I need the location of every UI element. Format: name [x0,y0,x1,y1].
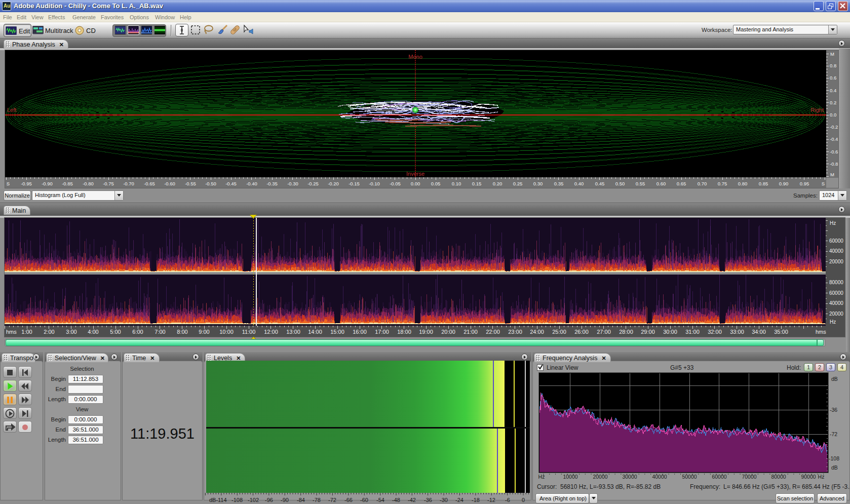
svg-text:-36: -36 [424,497,432,503]
svg-text:-66: -66 [344,497,353,503]
svg-text:-0.8: -0.8 [830,161,838,167]
svg-text:-54: -54 [376,497,384,503]
svg-text:0.20: 0.20 [493,181,503,186]
svg-text:0.55: 0.55 [636,181,645,186]
svg-text:60000: 60000 [829,290,843,296]
svg-text:0.10: 0.10 [452,181,461,186]
svg-text:18:00: 18:00 [397,329,411,335]
svg-text:20000: 20000 [593,474,607,480]
svg-text:14:00: 14:00 [308,329,322,335]
svg-text:-0.50: -0.50 [205,181,216,186]
svg-text:60000: 60000 [829,238,843,244]
svg-text:Right: Right [810,107,824,113]
svg-text:-24: -24 [455,497,463,503]
svg-text:2:00: 2:00 [44,329,54,335]
svg-text:35:00: 35:00 [774,329,788,335]
svg-text:-0.4: -0.4 [830,136,838,142]
svg-text:24:00: 24:00 [530,329,544,335]
svg-text:-0.85: -0.85 [62,181,73,186]
svg-text:5:00: 5:00 [110,329,121,335]
svg-text:11:00: 11:00 [242,329,256,335]
svg-text:-0.90: -0.90 [42,181,53,186]
svg-text:15:00: 15:00 [330,329,344,335]
svg-text:0.30: 0.30 [533,181,543,186]
svg-text:29:00: 29:00 [641,329,655,335]
svg-text:22:00: 22:00 [486,329,500,335]
svg-text:19:00: 19:00 [419,329,433,335]
svg-text:27:00: 27:00 [597,329,611,335]
svg-text:-0.80: -0.80 [83,181,94,186]
svg-text:17:00: 17:00 [375,329,389,335]
svg-text:0.35: 0.35 [554,181,564,186]
svg-text:0.80: 0.80 [738,181,748,186]
svg-text:0.0: 0.0 [830,112,836,118]
svg-text:-0.75: -0.75 [103,181,114,186]
svg-text:-108: -108 [231,497,243,503]
svg-text:-48: -48 [392,497,400,503]
svg-text:-0.70: -0.70 [123,181,134,186]
svg-text:21:00: 21:00 [463,329,478,335]
svg-text:-0.30: -0.30 [287,181,298,186]
svg-text:-30: -30 [440,497,448,503]
svg-text:20000: 20000 [829,259,843,264]
svg-text:Inverse: Inverse [406,171,424,177]
svg-text:-78: -78 [313,497,321,503]
svg-text:-0.35: -0.35 [266,181,278,186]
svg-text:-72: -72 [328,497,336,503]
svg-text:31:00: 31:00 [685,329,700,335]
svg-text:8:00: 8:00 [177,329,187,335]
svg-text:40000: 40000 [829,300,843,306]
svg-text:0.8: 0.8 [830,63,836,68]
svg-text:6:00: 6:00 [132,329,143,335]
svg-text:4:00: 4:00 [88,329,98,335]
svg-text:hms: hms [816,329,826,335]
svg-text:0.15: 0.15 [472,181,482,186]
svg-text:16:00: 16:00 [353,329,367,335]
svg-text:0.00: 0.00 [411,181,420,186]
svg-text:28:00: 28:00 [619,329,633,335]
svg-text:9:00: 9:00 [199,329,209,335]
svg-text:90000: 90000 [801,474,816,480]
svg-text:3:00: 3:00 [66,329,76,335]
svg-text:-42: -42 [408,497,416,503]
svg-text:1:00: 1:00 [21,329,32,335]
svg-text:12:00: 12:00 [264,329,278,335]
svg-text:Hz: Hz [830,319,836,325]
svg-text:M: M [830,51,834,57]
svg-text:-0.2: -0.2 [830,124,838,130]
svg-text:40000: 40000 [652,474,667,480]
svg-text:20000: 20000 [829,311,843,317]
svg-text:-6: -6 [505,497,510,503]
svg-text:0.90: 0.90 [779,181,789,186]
svg-text:-0.05: -0.05 [390,181,401,186]
svg-text:70000: 70000 [742,474,756,480]
svg-text:-0.55: -0.55 [185,181,196,186]
svg-text:60000: 60000 [712,474,726,480]
svg-text:0.2: 0.2 [830,100,836,105]
svg-text:M: M [830,172,834,177]
svg-text:Hz: Hz [538,474,545,480]
svg-text:-0.40: -0.40 [246,181,257,186]
svg-text:20:00: 20:00 [441,329,455,335]
svg-text:-12: -12 [487,497,495,503]
svg-text:7:00: 7:00 [154,329,165,335]
svg-text:Hz: Hz [830,220,836,226]
svg-text:80000: 80000 [829,280,843,285]
svg-text:30000: 30000 [622,474,637,480]
svg-text:0.85: 0.85 [759,181,768,186]
svg-text:0.45: 0.45 [595,181,605,186]
svg-text:-0.6: -0.6 [830,149,838,154]
svg-text:40000: 40000 [829,248,843,254]
svg-text:-102: -102 [248,497,259,503]
svg-text:10:00: 10:00 [219,329,234,335]
svg-text:-0.65: -0.65 [144,181,155,186]
svg-text:Left: Left [7,107,16,113]
svg-text:0.25: 0.25 [513,181,523,186]
svg-text:-0.95: -0.95 [21,181,32,186]
svg-text:-0.15: -0.15 [349,181,360,186]
svg-text:-84: -84 [297,497,305,503]
svg-text:50000: 50000 [682,474,697,480]
svg-text:25:00: 25:00 [552,329,566,335]
svg-text:0.40: 0.40 [574,181,584,186]
svg-text:-60: -60 [360,497,368,503]
